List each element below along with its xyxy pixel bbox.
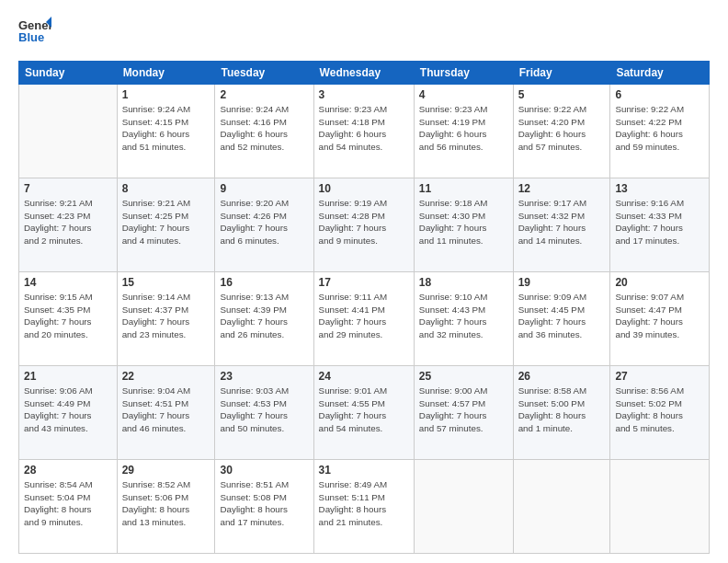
weekday-header-tuesday: Tuesday bbox=[215, 62, 313, 85]
day-info: Sunrise: 9:16 AMSunset: 4:33 PMDaylight:… bbox=[615, 197, 704, 247]
day-info: Sunrise: 9:10 AMSunset: 4:43 PMDaylight:… bbox=[419, 291, 508, 341]
day-number: 15 bbox=[122, 276, 210, 289]
day-info: Sunrise: 9:22 AMSunset: 4:22 PMDaylight:… bbox=[615, 103, 704, 154]
day-cell: 17Sunrise: 9:11 AMSunset: 4:41 PMDayligh… bbox=[313, 272, 414, 366]
day-cell: 8Sunrise: 9:21 AMSunset: 4:25 PMDaylight… bbox=[117, 178, 215, 272]
day-number: 2 bbox=[220, 88, 308, 101]
day-info: Sunrise: 9:04 AMSunset: 4:51 PMDaylight:… bbox=[122, 385, 210, 435]
day-cell: 26Sunrise: 8:58 AMSunset: 5:00 PMDayligh… bbox=[513, 366, 610, 460]
day-cell: 29Sunrise: 8:52 AMSunset: 5:06 PMDayligh… bbox=[117, 460, 215, 554]
day-cell: 25Sunrise: 9:00 AMSunset: 4:57 PMDayligh… bbox=[414, 366, 513, 460]
day-cell: 2Sunrise: 9:24 AMSunset: 4:16 PMDaylight… bbox=[215, 85, 313, 178]
day-number: 13 bbox=[615, 182, 704, 195]
day-number: 28 bbox=[24, 464, 112, 477]
day-info: Sunrise: 9:21 AMSunset: 4:23 PMDaylight:… bbox=[24, 197, 112, 247]
day-cell: 11Sunrise: 9:18 AMSunset: 4:30 PMDayligh… bbox=[414, 178, 513, 272]
weekday-header-wednesday: Wednesday bbox=[313, 62, 414, 85]
day-number: 14 bbox=[24, 276, 112, 289]
day-number: 10 bbox=[319, 182, 409, 195]
week-row-3: 14Sunrise: 9:15 AMSunset: 4:35 PMDayligh… bbox=[19, 272, 710, 366]
day-info: Sunrise: 9:13 AMSunset: 4:39 PMDaylight:… bbox=[220, 291, 308, 341]
day-number: 31 bbox=[319, 464, 409, 477]
day-info: Sunrise: 9:09 AMSunset: 4:45 PMDaylight:… bbox=[518, 291, 606, 341]
day-number: 3 bbox=[319, 88, 409, 101]
day-info: Sunrise: 9:23 AMSunset: 4:18 PMDaylight:… bbox=[319, 103, 409, 154]
day-cell: 1Sunrise: 9:24 AMSunset: 4:15 PMDaylight… bbox=[117, 85, 215, 178]
day-cell: 18Sunrise: 9:10 AMSunset: 4:43 PMDayligh… bbox=[414, 272, 513, 366]
day-number: 21 bbox=[24, 370, 112, 383]
day-cell: 6Sunrise: 9:22 AMSunset: 4:22 PMDaylight… bbox=[610, 85, 710, 178]
day-number: 25 bbox=[419, 370, 508, 383]
day-cell bbox=[513, 460, 610, 554]
day-cell: 16Sunrise: 9:13 AMSunset: 4:39 PMDayligh… bbox=[215, 272, 313, 366]
weekday-header-row: SundayMondayTuesdayWednesdayThursdayFrid… bbox=[19, 62, 710, 85]
day-info: Sunrise: 9:24 AMSunset: 4:16 PMDaylight:… bbox=[220, 103, 308, 154]
day-info: Sunrise: 8:56 AMSunset: 5:02 PMDaylight:… bbox=[615, 385, 704, 435]
day-cell: 7Sunrise: 9:21 AMSunset: 4:23 PMDaylight… bbox=[19, 178, 118, 272]
day-info: Sunrise: 9:19 AMSunset: 4:28 PMDaylight:… bbox=[319, 197, 409, 247]
day-cell: 27Sunrise: 8:56 AMSunset: 5:02 PMDayligh… bbox=[610, 366, 710, 460]
day-cell: 19Sunrise: 9:09 AMSunset: 4:45 PMDayligh… bbox=[513, 272, 610, 366]
day-number: 9 bbox=[220, 182, 308, 195]
day-cell: 31Sunrise: 8:49 AMSunset: 5:11 PMDayligh… bbox=[313, 460, 414, 554]
day-number: 11 bbox=[419, 182, 508, 195]
day-number: 4 bbox=[419, 88, 508, 101]
logo: General Blue bbox=[18, 15, 51, 52]
day-info: Sunrise: 9:01 AMSunset: 4:55 PMDaylight:… bbox=[319, 385, 409, 435]
day-number: 20 bbox=[615, 276, 704, 289]
day-number: 27 bbox=[615, 370, 704, 383]
day-info: Sunrise: 9:11 AMSunset: 4:41 PMDaylight:… bbox=[319, 291, 409, 341]
day-number: 6 bbox=[615, 88, 704, 101]
day-cell: 14Sunrise: 9:15 AMSunset: 4:35 PMDayligh… bbox=[19, 272, 118, 366]
day-number: 17 bbox=[319, 276, 409, 289]
day-number: 7 bbox=[24, 182, 112, 195]
day-info: Sunrise: 9:18 AMSunset: 4:30 PMDaylight:… bbox=[419, 197, 508, 247]
day-cell bbox=[414, 460, 513, 554]
header: General Blue bbox=[18, 15, 710, 52]
day-info: Sunrise: 9:15 AMSunset: 4:35 PMDaylight:… bbox=[24, 291, 112, 341]
day-info: Sunrise: 8:52 AMSunset: 5:06 PMDaylight:… bbox=[122, 478, 210, 529]
day-number: 8 bbox=[122, 182, 210, 195]
day-info: Sunrise: 8:49 AMSunset: 5:11 PMDaylight:… bbox=[319, 478, 409, 529]
day-number: 22 bbox=[122, 370, 210, 383]
day-number: 5 bbox=[518, 88, 606, 101]
day-info: Sunrise: 9:00 AMSunset: 4:57 PMDaylight:… bbox=[419, 385, 508, 435]
week-row-4: 21Sunrise: 9:06 AMSunset: 4:49 PMDayligh… bbox=[19, 366, 710, 460]
day-cell: 10Sunrise: 9:19 AMSunset: 4:28 PMDayligh… bbox=[313, 178, 414, 272]
day-cell: 15Sunrise: 9:14 AMSunset: 4:37 PMDayligh… bbox=[117, 272, 215, 366]
weekday-header-sunday: Sunday bbox=[19, 62, 118, 85]
day-number: 19 bbox=[518, 276, 606, 289]
calendar-table: SundayMondayTuesdayWednesdayThursdayFrid… bbox=[18, 61, 710, 554]
week-row-2: 7Sunrise: 9:21 AMSunset: 4:23 PMDaylight… bbox=[19, 178, 710, 272]
day-cell: 3Sunrise: 9:23 AMSunset: 4:18 PMDaylight… bbox=[313, 85, 414, 178]
day-info: Sunrise: 9:14 AMSunset: 4:37 PMDaylight:… bbox=[122, 291, 210, 341]
day-cell: 23Sunrise: 9:03 AMSunset: 4:53 PMDayligh… bbox=[215, 366, 313, 460]
day-number: 16 bbox=[220, 276, 308, 289]
day-info: Sunrise: 8:58 AMSunset: 5:00 PMDaylight:… bbox=[518, 385, 606, 435]
day-info: Sunrise: 9:24 AMSunset: 4:15 PMDaylight:… bbox=[122, 103, 210, 154]
day-cell: 30Sunrise: 8:51 AMSunset: 5:08 PMDayligh… bbox=[215, 460, 313, 554]
weekday-header-saturday: Saturday bbox=[610, 62, 710, 85]
day-cell: 5Sunrise: 9:22 AMSunset: 4:20 PMDaylight… bbox=[513, 85, 610, 178]
day-cell: 9Sunrise: 9:20 AMSunset: 4:26 PMDaylight… bbox=[215, 178, 313, 272]
day-cell: 24Sunrise: 9:01 AMSunset: 4:55 PMDayligh… bbox=[313, 366, 414, 460]
day-info: Sunrise: 9:17 AMSunset: 4:32 PMDaylight:… bbox=[518, 197, 606, 247]
logo-icon: General Blue bbox=[18, 15, 51, 52]
day-info: Sunrise: 9:23 AMSunset: 4:19 PMDaylight:… bbox=[419, 103, 508, 154]
weekday-header-thursday: Thursday bbox=[414, 62, 513, 85]
day-info: Sunrise: 9:22 AMSunset: 4:20 PMDaylight:… bbox=[518, 103, 606, 154]
page: General Blue SundayMondayTuesdayWednesda… bbox=[0, 0, 728, 563]
day-number: 1 bbox=[122, 88, 210, 101]
day-number: 24 bbox=[319, 370, 409, 383]
svg-text:Blue: Blue bbox=[18, 30, 44, 44]
day-number: 18 bbox=[419, 276, 508, 289]
week-row-1: 1Sunrise: 9:24 AMSunset: 4:15 PMDaylight… bbox=[19, 85, 710, 178]
day-info: Sunrise: 9:06 AMSunset: 4:49 PMDaylight:… bbox=[24, 385, 112, 435]
day-number: 29 bbox=[122, 464, 210, 477]
day-number: 23 bbox=[220, 370, 308, 383]
day-cell: 28Sunrise: 8:54 AMSunset: 5:04 PMDayligh… bbox=[19, 460, 118, 554]
day-number: 26 bbox=[518, 370, 606, 383]
day-cell: 22Sunrise: 9:04 AMSunset: 4:51 PMDayligh… bbox=[117, 366, 215, 460]
day-number: 30 bbox=[220, 464, 308, 477]
day-cell: 4Sunrise: 9:23 AMSunset: 4:19 PMDaylight… bbox=[414, 85, 513, 178]
